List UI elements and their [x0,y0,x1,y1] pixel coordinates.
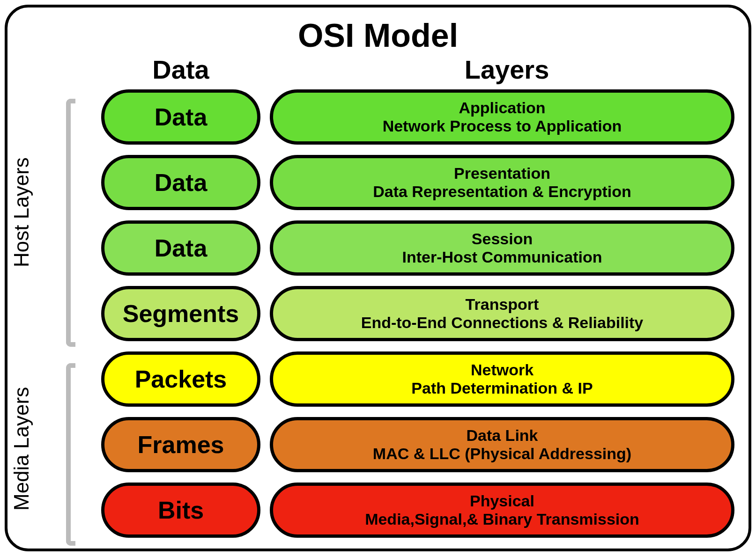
layer-description: Data Representation & Encryption [373,183,631,201]
layer-name: Transport [466,295,539,314]
layer-name: Application [459,99,545,117]
column-header-data: Data [101,54,260,85]
layer-pill: Presentation Data Representation & Encry… [270,155,734,210]
data-unit-label: Data [155,103,208,131]
host-layers-label: Host Layers [10,157,33,267]
layer-description: Inter-Host Communication [402,248,602,266]
layer-description: MAC & LLC (Physical Addressing) [373,445,631,463]
data-unit-label: Packets [135,365,227,393]
column-header-layers: Layers [279,54,734,85]
data-unit-pill: Segments [101,286,260,341]
layer-row-session: Data Session Inter-Host Communication [101,220,734,276]
layer-row-physical: Bits Physical Media,Signal,& Binary Tran… [101,483,734,538]
layer-name: Presentation [454,164,550,183]
layer-pill: Session Inter-Host Communication [270,220,734,276]
layer-row-application: Data Application Network Process to Appl… [101,89,734,145]
data-unit-label: Bits [158,496,204,524]
layers-rows: Data Application Network Process to Appl… [101,89,734,538]
layer-row-presentation: Data Presentation Data Representation & … [101,155,734,210]
data-unit-pill: Bits [101,483,260,538]
layer-name: Data Link [466,426,538,445]
data-unit-pill: Data [101,89,260,145]
media-layers-bracket [66,363,75,546]
layer-name: Network [471,361,534,379]
data-unit-pill: Frames [101,417,260,472]
data-unit-label: Segments [123,300,239,328]
layer-row-transport: Segments Transport End-to-End Connection… [101,286,734,341]
layer-description: Network Process to Application [383,117,622,135]
layer-description: End-to-End Connections & Reliability [361,314,644,332]
data-unit-pill: Data [101,155,260,210]
column-headers: Data Layers [101,54,734,85]
layer-description: Path Determination & IP [411,379,593,397]
layer-pill: Transport End-to-End Connections & Relia… [270,286,734,341]
data-unit-label: Frames [138,431,224,459]
layer-row-datalink: Frames Data Link MAC & LLC (Physical Add… [101,417,734,472]
layer-name: Session [472,230,533,248]
layer-row-network: Packets Network Path Determination & IP [101,351,734,407]
layer-pill: Physical Media,Signal,& Binary Transmiss… [270,483,734,538]
host-layers-bracket [66,99,75,347]
layer-pill: Data Link MAC & LLC (Physical Addressing… [270,417,734,472]
data-unit-pill: Packets [101,351,260,407]
osi-model-diagram: OSI Model Data Layers Host Layers Media … [5,5,751,551]
layer-pill: Network Path Determination & IP [270,351,734,407]
diagram-title: OSI Model [22,17,734,54]
layer-description: Media,Signal,& Binary Transmission [365,510,639,528]
data-unit-pill: Data [101,220,260,276]
data-unit-label: Data [155,168,208,197]
layer-pill: Application Network Process to Applicati… [270,89,734,145]
data-unit-label: Data [155,234,208,262]
layer-name: Physical [470,492,534,510]
media-layers-label: Media Layers [10,387,33,511]
